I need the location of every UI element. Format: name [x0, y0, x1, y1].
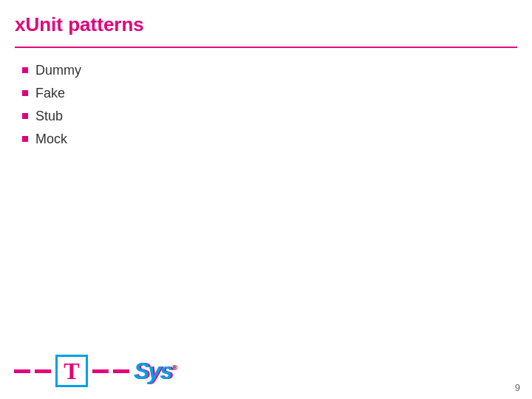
logo-trademark: ® — [171, 364, 175, 372]
bullet-icon — [22, 113, 28, 119]
bullet-text: Mock — [35, 132, 67, 147]
list-item: Fake — [22, 86, 510, 101]
content-section: Dummy Fake Stub Mock — [0, 48, 532, 147]
slide-container: xUnit patterns Dummy Fake Stub Mock — [0, 0, 532, 399]
logo-t-box: T — [55, 355, 88, 387]
bullet-text: Dummy — [35, 63, 81, 78]
page-number: 9 — [515, 382, 520, 393]
logo-dash-1 — [14, 369, 30, 373]
logo-dash-2 — [35, 369, 51, 373]
logo-dash-4 — [113, 369, 129, 373]
logo-t-letter: T — [64, 359, 79, 383]
slide-title: xUnit patterns — [15, 13, 517, 36]
bullet-list: Dummy Fake Stub Mock — [22, 63, 510, 147]
logo-sys-text: Sys® — [134, 358, 175, 385]
list-item: Dummy — [22, 63, 510, 78]
bullet-icon — [22, 90, 28, 96]
logo-dash-3 — [92, 369, 109, 373]
bullet-text: Fake — [35, 86, 65, 101]
bullet-icon — [22, 136, 28, 142]
list-item: Mock — [22, 132, 510, 147]
bullet-text: Stub — [35, 109, 63, 124]
bullet-icon — [22, 67, 28, 73]
tsystems-logo: T Sys® — [12, 355, 175, 387]
title-section: xUnit patterns — [0, 0, 532, 42]
list-item: Stub — [22, 109, 510, 124]
